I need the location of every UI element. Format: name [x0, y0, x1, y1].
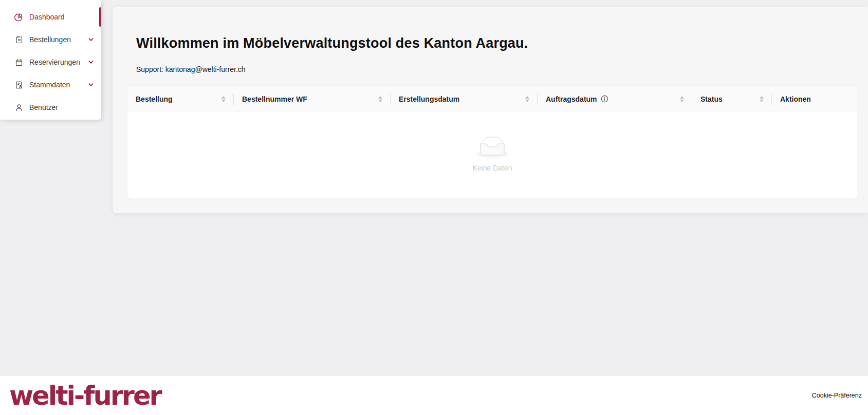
sidebar-item-label: Reservierungen — [29, 58, 80, 66]
sort-icon — [754, 96, 764, 102]
sidebar-item-stammdaten[interactable]: Stammdaten — [0, 74, 101, 95]
orders-table: Bestellung Bestellnummer WF Erstellungsd… — [127, 87, 857, 198]
column-label: Erstellungsdatum — [399, 95, 459, 103]
order-file-icon — [14, 35, 23, 44]
active-indicator — [99, 7, 101, 27]
info-circle-icon[interactable] — [601, 95, 608, 103]
column-header-bestellung[interactable]: Bestellung — [127, 87, 234, 111]
column-header-erstellungsdatum[interactable]: Erstellungsdatum — [391, 87, 538, 111]
sort-icon — [373, 96, 382, 102]
sidebar-item-label: Bestellungen — [29, 35, 71, 44]
sort-icon — [216, 96, 226, 102]
sidebar: Dashboard Bestellungen Reservierungen — [0, 0, 101, 120]
empty-inbox-icon — [476, 137, 509, 160]
sidebar-item-benutzer[interactable]: Benutzer — [0, 97, 101, 118]
cookie-preference-link[interactable]: Cookie-Präferenz — [812, 392, 862, 399]
column-label: Bestellung — [136, 95, 173, 103]
sidebar-item-label: Benutzer — [29, 103, 58, 111]
sidebar-item-bestellungen[interactable]: Bestellungen — [0, 29, 101, 50]
sidebar-item-label: Dashboard — [29, 13, 65, 21]
column-label: Auftragsdatum — [546, 95, 597, 103]
empty-text: Keine Daten — [472, 164, 512, 172]
sidebar-item-dashboard[interactable]: Dashboard — [0, 7, 101, 27]
table-header-row: Bestellung Bestellnummer WF Erstellungsd… — [127, 87, 857, 111]
main-content-card: Willkommen im Möbelverwaltungstool des K… — [113, 7, 868, 213]
calendar-icon — [14, 58, 23, 67]
column-header-bestellnummer-wf[interactable]: Bestellnummer WF — [234, 87, 391, 111]
pie-chart-icon — [14, 13, 23, 22]
sort-icon — [520, 96, 529, 102]
column-header-aktionen: Aktionen — [772, 87, 857, 111]
support-text: Support: kantonag@welti-furrer.ch — [136, 65, 246, 73]
sort-icon — [675, 96, 684, 102]
chevron-down-icon — [88, 59, 94, 65]
page-title: Willkommen im Möbelverwaltungstool des K… — [136, 35, 528, 51]
master-data-icon — [14, 81, 23, 89]
chevron-down-icon — [88, 82, 94, 88]
chevron-down-icon — [88, 36, 94, 43]
sidebar-item-reservierungen[interactable]: Reservierungen — [0, 52, 101, 72]
column-label: Aktionen — [780, 95, 811, 103]
column-label: Status — [700, 95, 723, 103]
welti-furrer-logo[interactable]: welti-furrer — [9, 383, 161, 409]
user-icon — [14, 103, 23, 112]
column-header-auftragsdatum[interactable]: Auftragsdatum — [538, 87, 692, 111]
column-header-status[interactable]: Status — [692, 87, 772, 111]
sidebar-item-label: Stammdaten — [29, 81, 70, 89]
table-empty-body: Keine Daten — [127, 111, 857, 197]
column-label: Bestellnummer WF — [242, 95, 307, 103]
footer: welti-furrer Cookie-Präferenz — [0, 376, 868, 415]
